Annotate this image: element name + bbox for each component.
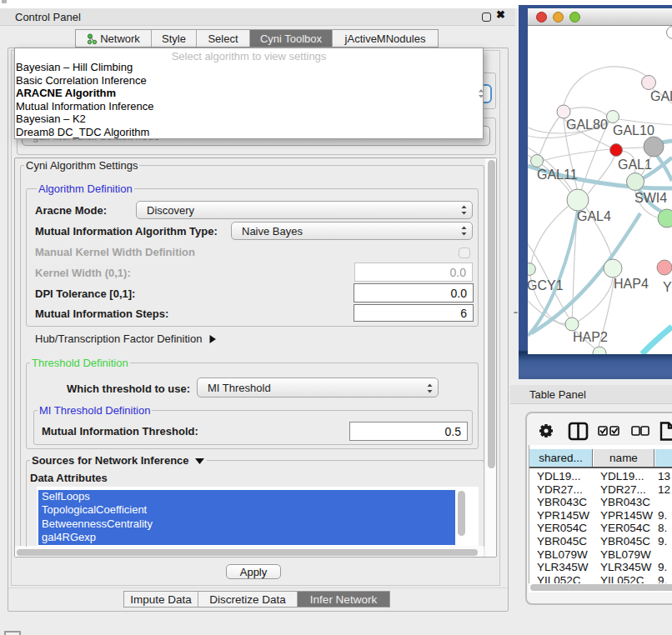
svg-text:SWI4: SWI4 bbox=[634, 191, 667, 205]
svg-text:GAL11: GAL11 bbox=[537, 168, 578, 182]
svg-text:HAP4: HAP4 bbox=[614, 277, 649, 291]
svg-text:GAL80: GAL80 bbox=[566, 118, 608, 132]
svg-text:GAL10: GAL10 bbox=[613, 123, 654, 138]
svg-text:YM: YM bbox=[663, 280, 672, 294]
svg-text:GCY1: GCY1 bbox=[528, 278, 564, 292]
svg-text:GAL1: GAL1 bbox=[618, 158, 652, 172]
svg-text:HAP2: HAP2 bbox=[573, 330, 608, 344]
svg-text:GAL2: GAL2 bbox=[650, 89, 672, 103]
svg-text:GAL4: GAL4 bbox=[577, 209, 611, 223]
